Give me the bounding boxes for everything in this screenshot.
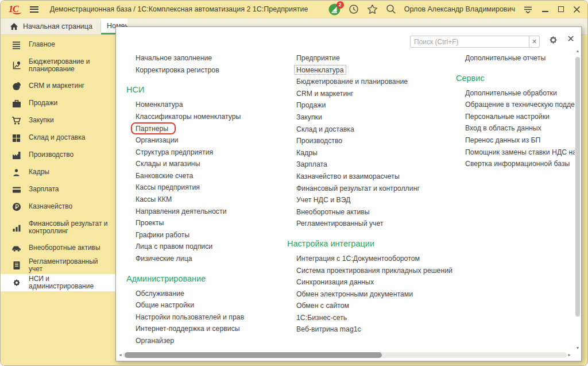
notification-badge: 2 bbox=[336, 1, 344, 9]
maximize-icon[interactable] bbox=[557, 6, 565, 12]
menu-item[interactable]: Обращение в техническую поддержку о bbox=[456, 99, 575, 111]
vertical-scroll-thumb[interactable] bbox=[575, 57, 580, 317]
menu-item[interactable]: Финансовый результат и контроллинг bbox=[287, 183, 455, 195]
sections-sidebar: Главное Бюджетирование и планирование CR… bbox=[1, 36, 115, 365]
vertical-scrollbar[interactable]: ▲ ▼ bbox=[575, 48, 581, 351]
menu-item[interactable]: Синхронизация данных bbox=[287, 276, 455, 288]
menu-item[interactable]: Кассы предприятия bbox=[126, 182, 280, 194]
sidebar-item-hr[interactable]: Кадры bbox=[1, 164, 115, 181]
sidebar-item-assets[interactable]: Внеоборотные активы bbox=[1, 240, 115, 257]
scroll-down-icon[interactable]: ▼ bbox=[575, 345, 581, 351]
sidebar-item-salary[interactable]: Зарплата bbox=[1, 181, 115, 198]
horizontal-scrollbar[interactable]: ◄ ► bbox=[118, 352, 572, 358]
history-icon[interactable] bbox=[349, 4, 359, 14]
search-icon[interactable] bbox=[386, 4, 396, 14]
sidebar-item-production[interactable]: Производство bbox=[1, 147, 115, 164]
focus-outline: Номенклатура bbox=[294, 65, 346, 75]
sidebar-item-treasury[interactable]: Казначейство bbox=[1, 198, 115, 215]
menu-item[interactable]: CRM и маркетинг bbox=[287, 88, 455, 100]
discussions-icon[interactable]: 2 bbox=[328, 3, 341, 16]
close-icon[interactable] bbox=[573, 6, 581, 13]
menu-item[interactable]: Предприятие bbox=[287, 52, 455, 64]
menu-item[interactable]: Общие настройки bbox=[126, 299, 280, 311]
horizontal-scroll-thumb[interactable] bbox=[125, 352, 382, 358]
titlebar-actions: 2 Орлов Александр Владимирович bbox=[328, 3, 587, 16]
menu-item[interactable]: Перенос данных из БП bbox=[456, 134, 575, 147]
sidebar-item-budgeting[interactable]: Бюджетирование и планирование bbox=[1, 53, 115, 78]
minimize-icon[interactable] bbox=[541, 6, 549, 12]
current-user[interactable]: Орлов Александр Владимирович bbox=[404, 5, 515, 13]
favorites-star-icon[interactable] bbox=[367, 4, 378, 14]
menu-item[interactable]: Начальное заполнение bbox=[126, 52, 280, 64]
menu-item[interactable]: Обслуживание bbox=[126, 288, 280, 300]
scroll-left-icon[interactable]: ◄ bbox=[118, 352, 123, 358]
menu-item[interactable]: Регламентированный учет bbox=[287, 218, 455, 230]
sidebar-item-main[interactable]: Главное bbox=[1, 36, 115, 53]
menu-item[interactable]: Интеграция с 1С:Документооборотом bbox=[287, 253, 455, 265]
menu-item[interactable]: Корректировка регистров bbox=[126, 64, 280, 76]
payment-card-icon bbox=[11, 186, 21, 194]
section-header-administration: Администрирование bbox=[126, 272, 280, 286]
menu-item[interactable]: Свертка информационной базы bbox=[456, 158, 575, 170]
scroll-up-icon[interactable]: ▲ bbox=[575, 48, 581, 54]
menu-item[interactable]: Графики работы bbox=[126, 229, 280, 241]
menu-item[interactable]: Персональные настройки bbox=[456, 111, 575, 123]
menu-item[interactable]: Органайзер bbox=[126, 335, 280, 347]
menu-item[interactable]: Учет НДС и ВЭД bbox=[287, 194, 455, 206]
menu-item[interactable]: Банковские счета bbox=[126, 170, 280, 182]
menu-item[interactable]: Помощник замены ставки НДС на 20% bbox=[456, 147, 575, 159]
menu-item[interactable]: Дополнительные отчеты bbox=[456, 52, 575, 64]
menu-item[interactable]: Склад и доставка bbox=[287, 124, 455, 136]
menu-item[interactable]: Казначейство и взаиморасчеты bbox=[287, 171, 455, 183]
sidebar-item-finresult[interactable]: Финансовый результат и контроллинг bbox=[1, 215, 115, 240]
tab-home-page[interactable]: Начальная страница bbox=[1, 18, 100, 34]
menu-item[interactable]: Зарплата bbox=[287, 159, 455, 171]
menu-item[interactable]: Бюджетирование и планирование bbox=[287, 76, 455, 88]
menu-item[interactable]: Номенклатура bbox=[126, 99, 280, 111]
menu-item[interactable]: Продажи bbox=[287, 99, 455, 111]
panel-gear-icon[interactable] bbox=[548, 34, 559, 48]
menu-item[interactable]: Внеоборотные активы bbox=[287, 206, 455, 218]
menu-item[interactable]: Лица с правом подписи bbox=[126, 241, 280, 253]
menu-item[interactable]: Кассы ККМ bbox=[126, 194, 280, 206]
menu-item[interactable]: Кадры bbox=[287, 147, 455, 159]
sidebar-item-purchases[interactable]: Закупки bbox=[1, 112, 115, 129]
sidebar-item-nsi-admin[interactable]: НСИ и администрирование bbox=[1, 274, 115, 291]
menu-item-nomenklatura[interactable]: Номенклатура bbox=[287, 64, 455, 76]
search-input[interactable] bbox=[411, 36, 529, 47]
main-menu-icon[interactable] bbox=[30, 6, 38, 13]
sidebar-item-crm[interactable]: CRM и маркетинг bbox=[1, 78, 115, 95]
menu-item[interactable]: Дополнительные обработки bbox=[456, 87, 575, 99]
menu-item[interactable]: Обмен электронными документами bbox=[287, 288, 455, 300]
sidebar-item-regulated[interactable]: Регламентированный учет bbox=[1, 257, 115, 274]
menu-item[interactable]: Настройки пользователей и прав bbox=[126, 311, 280, 323]
menu-item[interactable]: Организации bbox=[126, 134, 280, 147]
panel-close-icon[interactable]: ✕ bbox=[566, 33, 575, 44]
menu-item[interactable]: Закупки bbox=[287, 111, 455, 124]
bar-chart-icon bbox=[11, 224, 21, 232]
menu-item[interactable]: Веб-витрина mag1c bbox=[287, 323, 455, 336]
sidebar-item-sales[interactable]: Продажи bbox=[1, 95, 115, 112]
menu-item[interactable]: Склады и магазины bbox=[126, 158, 280, 170]
clear-search-icon[interactable]: ✕ bbox=[529, 36, 539, 47]
scroll-right-icon[interactable]: ► bbox=[567, 352, 572, 358]
titlebar: 1С Демонстрационная база / 1С:Комплексна… bbox=[1, 1, 587, 18]
menu-item[interactable]: Структура предприятия bbox=[126, 147, 280, 159]
menu-item-label: Партнеры bbox=[136, 125, 168, 133]
menu-item[interactable]: Обмен с сайтом bbox=[287, 300, 455, 312]
menu-item[interactable]: Классификаторы номенклатуры bbox=[126, 111, 280, 123]
menu-item[interactable]: Проекты bbox=[126, 217, 280, 229]
tab-label: Начальная страница bbox=[23, 22, 92, 30]
menu-item[interactable]: Направления деятельности bbox=[126, 206, 280, 218]
menu-item[interactable]: Производство bbox=[287, 135, 455, 147]
service-menu-icon[interactable] bbox=[523, 5, 533, 14]
menu-item[interactable]: 1С:Бизнес-сеть bbox=[287, 312, 455, 324]
menu-item[interactable]: Интернет-поддержка и сервисы bbox=[126, 323, 280, 335]
sidebar-item-warehouse[interactable]: Склад и доставка bbox=[1, 129, 115, 147]
menu-item[interactable]: Вход в область данных bbox=[456, 122, 575, 134]
menu-item[interactable]: Система проектирования прикладных решени… bbox=[287, 265, 455, 277]
planning-chart-icon bbox=[11, 61, 21, 70]
menu-item-partners[interactable]: Партнеры bbox=[126, 122, 280, 134]
horizontal-scroll-track[interactable] bbox=[123, 352, 567, 358]
menu-item[interactable]: Физические лица bbox=[126, 253, 280, 265]
